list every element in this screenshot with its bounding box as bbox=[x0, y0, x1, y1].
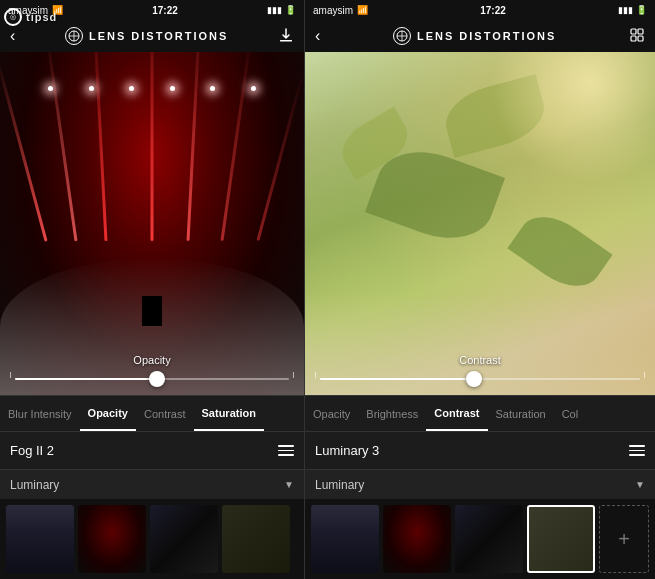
right-tab-col[interactable]: Col bbox=[554, 396, 587, 431]
left-slider-track[interactable] bbox=[15, 378, 289, 380]
right-share-button[interactable] bbox=[629, 27, 645, 46]
left-concert-image bbox=[0, 52, 304, 395]
watermark-text: tipsd bbox=[26, 11, 57, 23]
right-app-header: ‹ LENS DISTORTIONS bbox=[305, 20, 655, 52]
left-lens-icon bbox=[65, 27, 83, 45]
left-app-title: LENS DISTORTIONS bbox=[89, 30, 228, 42]
right-thumb-2[interactable] bbox=[383, 505, 451, 573]
right-thumb-1[interactable] bbox=[311, 505, 379, 573]
right-screen: amaysim 📶 17:22 ▮▮▮ 🔋 ‹ LENS DI bbox=[305, 0, 655, 579]
right-tab-saturation[interactable]: Saturation bbox=[488, 396, 554, 431]
right-status-icons: ▮▮▮ 🔋 bbox=[618, 5, 647, 15]
right-preset-row: Luminary 3 bbox=[305, 431, 655, 469]
right-nature-image bbox=[305, 52, 655, 395]
right-dropdown-row[interactable]: Luminary ▼ bbox=[305, 469, 655, 499]
left-tab-opacity[interactable]: Opacity bbox=[80, 396, 136, 431]
left-status-icons: ▮▮▮ 🔋 bbox=[267, 5, 296, 15]
left-slider-overlay: Opacity bbox=[10, 354, 294, 380]
left-thumb-2[interactable] bbox=[78, 505, 146, 573]
right-signal-icon: ▮▮▮ bbox=[618, 5, 633, 15]
right-time: 17:22 bbox=[480, 5, 506, 16]
left-image-area: Opacity bbox=[0, 52, 304, 395]
svg-rect-10 bbox=[631, 36, 636, 41]
left-back-button[interactable]: ‹ bbox=[10, 27, 15, 45]
left-dropdown-arrow: ▼ bbox=[284, 479, 294, 490]
right-tab-opacity[interactable]: Opacity bbox=[305, 396, 358, 431]
left-dropdown-label: Luminary bbox=[10, 478, 284, 492]
right-image-area: Contrast bbox=[305, 52, 655, 395]
watermark: ◎ tipsd bbox=[4, 8, 57, 26]
right-menu-button[interactable] bbox=[629, 445, 645, 456]
right-dropdown-label: Luminary bbox=[315, 478, 635, 492]
left-tab-blur[interactable]: Blur Intensity bbox=[0, 396, 80, 431]
left-thumb-1[interactable] bbox=[6, 505, 74, 573]
left-menu-button[interactable] bbox=[278, 445, 294, 456]
right-lens-icon bbox=[393, 27, 411, 45]
left-battery-icon: 🔋 bbox=[285, 5, 296, 15]
left-dropdown-row[interactable]: Luminary ▼ bbox=[0, 469, 304, 499]
right-thumbnails: + bbox=[305, 499, 655, 579]
right-add-button[interactable]: + bbox=[599, 505, 649, 573]
right-status-bar: amaysim 📶 17:22 ▮▮▮ 🔋 bbox=[305, 0, 655, 20]
right-thumb-3[interactable] bbox=[455, 505, 523, 573]
svg-rect-7 bbox=[631, 29, 636, 34]
left-tabs-bar: Blur Intensity Opacity Contrast Saturati… bbox=[0, 395, 304, 431]
right-app-title: LENS DISTORTIONS bbox=[417, 30, 556, 42]
left-screen: amaysim 📶 17:22 ▮▮▮ 🔋 ‹ LENS DI bbox=[0, 0, 305, 579]
right-battery-icon: 🔋 bbox=[636, 5, 647, 15]
left-signal-icon: ▮▮▮ bbox=[267, 5, 282, 15]
right-slider-overlay: Contrast bbox=[315, 354, 645, 380]
svg-rect-8 bbox=[638, 29, 643, 34]
right-wifi-icon: 📶 bbox=[357, 5, 368, 15]
right-back-button[interactable]: ‹ bbox=[315, 27, 320, 45]
left-thumb-3[interactable] bbox=[150, 505, 218, 573]
left-preset-row: Fog II 2 bbox=[0, 431, 304, 469]
left-preset-name: Fog II 2 bbox=[10, 443, 278, 458]
svg-rect-3 bbox=[280, 40, 292, 42]
left-tab-saturation[interactable]: Saturation bbox=[194, 396, 264, 431]
stage-silhouette bbox=[142, 296, 162, 326]
right-dropdown-arrow: ▼ bbox=[635, 479, 645, 490]
left-thumb-4[interactable] bbox=[222, 505, 290, 573]
right-thumb-selected[interactable] bbox=[527, 505, 595, 573]
right-slider-label: Contrast bbox=[315, 354, 645, 366]
right-preset-name: Luminary 3 bbox=[315, 443, 629, 458]
left-app-title-group: LENS DISTORTIONS bbox=[65, 27, 228, 45]
right-slider-track[interactable] bbox=[320, 378, 640, 380]
right-carrier-text: amaysim bbox=[313, 5, 353, 16]
left-tab-contrast[interactable]: Contrast bbox=[136, 396, 194, 431]
right-app-title-group: LENS DISTORTIONS bbox=[393, 27, 556, 45]
left-download-button[interactable] bbox=[278, 27, 294, 46]
left-thumbnails bbox=[0, 499, 304, 579]
svg-rect-9 bbox=[638, 36, 643, 41]
right-status-carrier: amaysim 📶 bbox=[313, 5, 368, 16]
watermark-logo: ◎ bbox=[4, 8, 22, 26]
right-tab-brightness[interactable]: Brightness bbox=[358, 396, 426, 431]
right-tabs-bar: Opacity Brightness Contrast Saturation C… bbox=[305, 395, 655, 431]
right-tab-contrast[interactable]: Contrast bbox=[426, 396, 487, 431]
screens-container: amaysim 📶 17:22 ▮▮▮ 🔋 ‹ LENS DI bbox=[0, 0, 655, 579]
left-time: 17:22 bbox=[152, 5, 178, 16]
left-slider-label: Opacity bbox=[10, 354, 294, 366]
